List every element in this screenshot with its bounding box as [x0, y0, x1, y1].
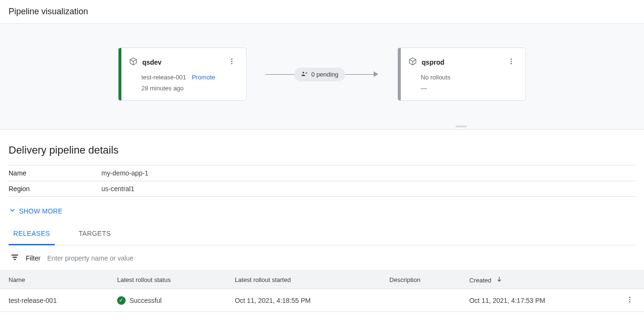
arrow-down-icon — [496, 277, 503, 284]
cell-description — [381, 289, 461, 312]
cube-icon — [129, 57, 138, 68]
svg-point-5 — [511, 61, 512, 62]
show-more-button[interactable]: SHOW MORE — [9, 206, 635, 215]
stage-release: test-release-001 — [141, 74, 186, 81]
promote-button[interactable]: Promote — [192, 74, 215, 81]
stage-timestamp: 28 minutes ago — [141, 85, 238, 92]
row-more-icon[interactable] — [624, 295, 635, 307]
table-row[interactable]: test-release-001 ✓ Successful Oct 11, 20… — [0, 289, 644, 312]
detail-value: my-demo-app-1 — [101, 169, 149, 177]
col-created[interactable]: Created — [461, 271, 615, 289]
detail-value: us-central1 — [101, 185, 134, 193]
col-name[interactable]: Name — [0, 271, 109, 289]
svg-point-0 — [231, 58, 233, 60]
pipeline-stage-qsprod[interactable]: qsprod No rollouts — — [397, 48, 526, 101]
detail-key: Name — [9, 169, 101, 177]
releases-table: Name Latest rollout status Latest rollou… — [0, 271, 644, 312]
svg-point-7 — [629, 297, 631, 298]
check-circle-icon: ✓ — [117, 296, 126, 305]
svg-point-3 — [302, 71, 304, 73]
svg-point-8 — [629, 299, 631, 301]
col-started[interactable]: Latest rollout started — [226, 271, 381, 289]
cell-status: ✓ Successful — [109, 289, 226, 312]
filter-input[interactable] — [47, 254, 190, 262]
svg-point-2 — [231, 63, 233, 64]
detail-key: Region — [9, 185, 101, 193]
stage-timestamp: — — [421, 85, 517, 92]
chevron-down-icon — [9, 206, 16, 215]
stage-release: No rollouts — [421, 74, 450, 81]
pending-pill[interactable]: 0 pending — [294, 68, 345, 81]
more-vert-icon[interactable] — [226, 56, 238, 69]
filter-label: Filter — [26, 254, 40, 262]
pipeline-viz-title: Pipeline visualization — [0, 0, 644, 23]
detail-row-region: Region us-central1 — [9, 181, 635, 197]
svg-point-6 — [511, 63, 512, 64]
col-status[interactable]: Latest rollout status — [109, 271, 226, 289]
svg-point-1 — [231, 61, 233, 62]
pipeline-stage-qsdev[interactable]: qsdev test-release-001 Promote 28 minute… — [118, 48, 247, 101]
show-more-label: SHOW MORE — [19, 207, 62, 215]
detail-row-name: Name my-demo-app-1 — [9, 165, 635, 181]
table-header-row: Name Latest rollout status Latest rollou… — [0, 271, 644, 289]
cell-started: Oct 11, 2021, 4:18:55 PM — [226, 289, 381, 312]
tab-targets[interactable]: TARGETS — [74, 230, 116, 245]
tab-releases[interactable]: RELEASES — [9, 230, 55, 245]
col-description[interactable]: Description — [381, 271, 461, 289]
svg-point-4 — [511, 58, 512, 60]
pipeline-viz-canvas: qsdev test-release-001 Promote 28 minute… — [0, 23, 644, 130]
cell-name: test-release-001 — [0, 289, 109, 312]
arrow-right-icon — [374, 71, 378, 77]
stage-accent — [398, 48, 401, 100]
cube-icon — [408, 57, 417, 68]
more-vert-icon[interactable] — [505, 56, 517, 69]
pending-label: 0 pending — [311, 71, 338, 78]
stage-name: qsdev — [142, 58, 221, 66]
stage-connector: 0 pending — [266, 68, 378, 81]
stage-accent — [119, 48, 121, 100]
filter-icon[interactable] — [10, 253, 19, 263]
details-title: Delivery pipeline details — [9, 144, 635, 156]
svg-point-9 — [629, 301, 631, 302]
person-check-icon — [301, 70, 307, 78]
stage-name: qsprod — [422, 58, 501, 66]
tab-bar: RELEASES TARGETS — [9, 230, 635, 245]
resize-handle[interactable] — [456, 126, 467, 127]
cell-created: Oct 11, 2021, 4:17:53 PM — [461, 289, 615, 312]
